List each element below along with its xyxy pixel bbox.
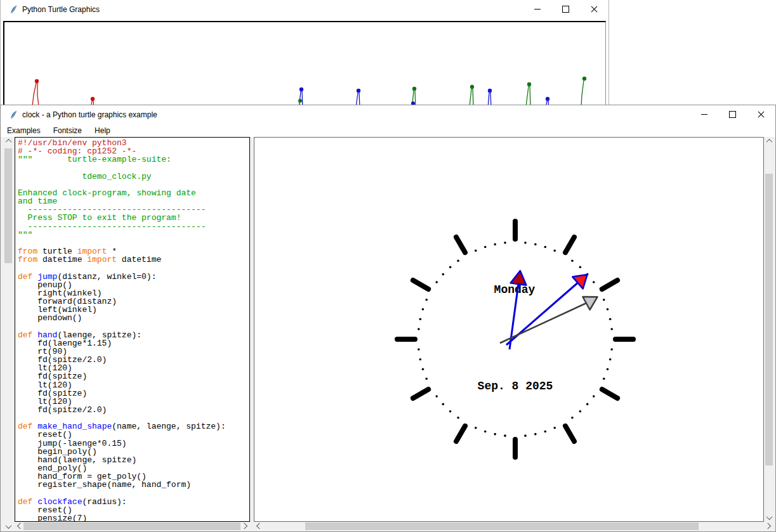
scroll-right-button[interactable] <box>764 522 773 530</box>
scroll-down-button[interactable] <box>4 522 13 531</box>
minute-dot <box>457 417 459 419</box>
menu-help[interactable]: Help <box>88 125 117 136</box>
day-label: Monday <box>494 283 536 296</box>
minute-dot <box>442 403 444 406</box>
code-vertical-scrollbar[interactable] <box>4 137 13 531</box>
minute-dot <box>607 368 609 370</box>
chevron-left-icon <box>256 523 262 529</box>
canvas-horizontal-scrollbar[interactable] <box>254 522 773 531</box>
chevron-left-icon <box>16 523 23 529</box>
minute-dot <box>544 246 546 249</box>
close-button[interactable] <box>580 0 608 18</box>
hour-tick <box>602 280 617 289</box>
minute-dot <box>544 431 546 433</box>
code-vscroll-thumb[interactable] <box>4 148 12 263</box>
minute-dot <box>524 434 527 437</box>
chevron-up-icon <box>766 139 772 145</box>
minute-dot <box>494 433 496 436</box>
code-line: tdemo_clock.py <box>18 172 249 181</box>
minute-dot <box>475 427 477 429</box>
minute-dot <box>494 243 496 246</box>
code-horizontal-scrollbar[interactable] <box>15 522 249 531</box>
minute-dot <box>475 249 477 252</box>
minute-dot <box>435 281 438 283</box>
minute-dot <box>610 348 613 351</box>
scroll-down-button[interactable] <box>765 514 773 522</box>
date-label: Sep. 8 2025 <box>478 380 553 393</box>
chevron-up-icon <box>5 139 11 145</box>
tk-feather-icon <box>8 110 18 120</box>
code-line: """ <box>18 231 249 239</box>
chevron-down-icon <box>766 514 772 520</box>
minute-dot <box>442 273 444 276</box>
canvas-vertical-scrollbar[interactable] <box>765 137 773 522</box>
code-line: fd(spitze/2.0) <box>18 406 249 414</box>
close-icon <box>591 6 598 13</box>
code-line: register_shape(name, hand_form) <box>18 481 249 489</box>
minute-dot <box>586 403 589 406</box>
minute-dot <box>418 348 420 351</box>
minute-dot <box>504 434 506 437</box>
clock-demo-titlebar[interactable]: clock - a Python turtle graphics example <box>1 105 775 124</box>
minute-dot <box>603 377 605 380</box>
turtle-figure <box>32 79 39 106</box>
menu-examples[interactable]: Examples <box>1 125 47 136</box>
minute-dot <box>422 368 424 370</box>
minute-dot <box>609 358 612 361</box>
minute-dot <box>419 358 422 361</box>
minute-dot <box>419 318 422 320</box>
canvas-vscroll-thumb[interactable] <box>765 174 773 465</box>
minute-dot <box>449 266 452 268</box>
menu-bar: ExamplesFontsizeHelp <box>1 124 775 137</box>
minute-dot <box>425 299 428 301</box>
minute-dot <box>534 243 537 246</box>
code-line: pensize(7) <box>18 514 249 522</box>
minute-dot <box>484 431 487 433</box>
panes-area: #!/usr/bin/env python3# -*- coding: cp12… <box>1 137 775 531</box>
close-button[interactable] <box>747 105 775 124</box>
chevron-down-icon <box>5 522 11 529</box>
maximize-button[interactable] <box>551 0 580 18</box>
menu-fontsize[interactable]: Fontsize <box>47 125 88 136</box>
scroll-right-button[interactable] <box>240 522 249 530</box>
minute-dot <box>449 410 452 413</box>
minute-dot <box>422 308 424 311</box>
minimize-button[interactable] <box>690 105 718 124</box>
scroll-left-button[interactable] <box>254 522 263 530</box>
hour-tick <box>565 426 574 441</box>
window-title: Python Turtle Graphics <box>22 5 100 14</box>
turtle-figure <box>581 77 586 107</box>
canvas-hscroll-thumb[interactable] <box>305 522 699 530</box>
clock-demo-window: clock - a Python turtle graphics example… <box>0 105 776 532</box>
clock-drawing: MondaySep. 8 2025 <box>254 138 763 521</box>
code-line: pendown() <box>18 314 249 322</box>
minute-dot <box>524 242 527 244</box>
minute-dot <box>435 395 438 398</box>
minimize-button[interactable] <box>523 0 551 18</box>
minute-dot <box>534 433 537 436</box>
close-icon <box>758 111 765 118</box>
source-code-text: #!/usr/bin/env python3# -*- coding: cp12… <box>15 138 249 522</box>
minute-dot <box>579 410 582 413</box>
minute-dot <box>484 246 487 249</box>
minute-dot <box>571 259 574 262</box>
clock-canvas[interactable]: MondaySep. 8 2025 <box>254 137 764 522</box>
minute-dot <box>579 266 582 268</box>
code-line: from datetime import datetime <box>18 256 249 264</box>
minimize-icon <box>701 114 707 115</box>
scroll-left-button[interactable] <box>15 522 23 530</box>
scroll-up-button[interactable] <box>765 137 773 145</box>
scroll-up-button[interactable] <box>4 137 13 145</box>
chevron-right-icon <box>241 523 247 529</box>
turtle-graphics-titlebar[interactable]: Python Turtle Graphics <box>1 0 608 19</box>
code-hscroll-thumb[interactable] <box>23 522 240 530</box>
minute-dot <box>553 427 556 429</box>
code-line: """ turtle-example-suite: <box>18 155 249 164</box>
minute-dot <box>609 318 612 320</box>
hour-tick <box>456 237 465 252</box>
minute-dot <box>593 395 595 398</box>
chevron-right-icon <box>765 523 771 529</box>
source-code-pane[interactable]: #!/usr/bin/env python3# -*- coding: cp12… <box>15 137 250 522</box>
hour-tick <box>413 280 428 289</box>
maximize-button[interactable] <box>718 105 747 124</box>
